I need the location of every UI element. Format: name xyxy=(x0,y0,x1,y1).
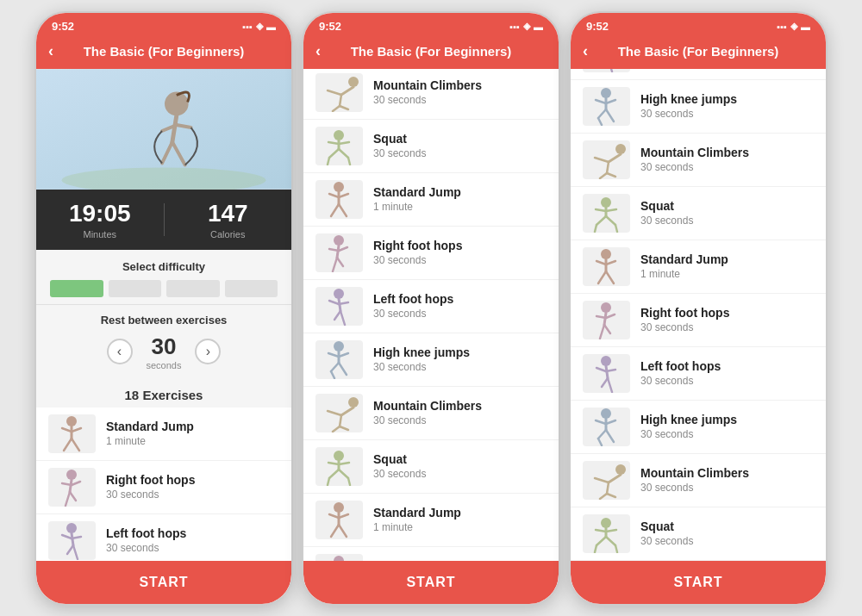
difficulty-section: Select difficulty xyxy=(36,250,291,304)
exercise-duration: 30 seconds xyxy=(640,108,814,120)
exercise-list-1[interactable]: Standard Jump 1 minute Right foot hops 3… xyxy=(36,408,291,561)
back-button-3[interactable]: ‹ xyxy=(583,42,588,60)
exercise-name: Squat xyxy=(373,452,547,466)
difficulty-label: Select difficulty xyxy=(50,260,278,273)
svg-line-336 xyxy=(597,368,606,371)
exercise-item[interactable]: High knee jumps 30 seconds xyxy=(303,333,559,387)
status-time-1: 9:52 xyxy=(52,20,74,33)
svg-line-16 xyxy=(66,492,70,506)
exercise-item[interactable]: Left foot hops 30 seconds xyxy=(36,514,291,561)
exercise-item[interactable]: Squat 30 seconds xyxy=(571,187,826,240)
exercise-item[interactable]: Squat 30 seconds xyxy=(303,440,559,494)
exercise-item[interactable]: Left foot hops 30 seconds xyxy=(571,69,826,80)
exercise-item[interactable]: Right foot hops 30 seconds xyxy=(571,294,826,347)
header-title-2: The Basic (For Beginners) xyxy=(351,44,512,59)
diff-bar-3[interactable] xyxy=(166,280,220,297)
svg-line-356 xyxy=(615,545,617,552)
svg-line-205 xyxy=(331,525,339,537)
svg-point-203 xyxy=(334,502,344,513)
exercise-duration: 1 minute xyxy=(640,268,814,280)
signal-icon-2: ▪▪▪ xyxy=(509,22,520,32)
exercise-item[interactable]: High knee jumps 30 seconds xyxy=(571,80,826,134)
diff-bar-4[interactable] xyxy=(225,280,278,297)
diff-bar-2[interactable] xyxy=(109,280,162,297)
svg-line-353 xyxy=(597,537,606,545)
calories-value: 147 xyxy=(165,200,292,227)
rest-label: Rest between exercises xyxy=(50,314,278,327)
start-button-1[interactable]: START xyxy=(36,561,291,604)
exercise-item[interactable]: Right foot hops 30 seconds xyxy=(303,227,559,280)
rest-section: Rest between exercises ‹ 30 seconds › xyxy=(36,304,291,379)
rest-decrease-button[interactable]: ‹ xyxy=(107,339,133,364)
back-button-1[interactable]: ‹ xyxy=(48,42,53,60)
svg-line-301 xyxy=(598,109,606,118)
exercise-info: Mountain Climbers 30 seconds xyxy=(373,78,547,106)
svg-line-187 xyxy=(328,353,339,357)
hero-svg xyxy=(36,69,291,190)
exercise-info: Standard Jump 1 minute xyxy=(106,420,279,447)
svg-point-320 xyxy=(601,249,611,259)
svg-point-326 xyxy=(601,302,611,313)
svg-line-163 xyxy=(339,142,349,144)
svg-point-182 xyxy=(334,341,344,352)
svg-point-338 xyxy=(601,408,611,419)
header-3: ‹ The Basic (For Beginners) xyxy=(571,37,826,69)
exercise-name: Mountain Climbers xyxy=(373,78,547,92)
exercise-item[interactable]: Standard Jump 1 minute xyxy=(36,408,291,461)
svg-line-178 xyxy=(340,311,345,325)
svg-line-331 xyxy=(606,314,615,318)
exercise-item[interactable]: Right foot hops 30 seconds xyxy=(36,461,291,514)
svg-line-315 xyxy=(606,216,615,225)
minutes-value: 19:05 xyxy=(36,200,164,227)
exercise-duration: 1 minute xyxy=(106,435,279,447)
exercise-name: Standard Jump xyxy=(640,252,814,266)
exercise-item[interactable]: Mountain Climbers 30 seconds xyxy=(303,69,559,120)
exercise-item[interactable]: Right foot hops 30 seconds xyxy=(303,547,559,561)
back-button-2[interactable]: ‹ xyxy=(315,42,321,60)
exercise-item[interactable]: Standard Jump 1 minute xyxy=(303,494,559,547)
exercise-item[interactable]: Standard Jump 1 minute xyxy=(571,240,826,294)
exercise-list-3[interactable]: Standard Jump 1 minute Right foot hops 3… xyxy=(571,69,826,561)
exercise-info: Mountain Climbers 30 seconds xyxy=(640,466,814,494)
exercise-name: Mountain Climbers xyxy=(640,146,814,159)
svg-point-351 xyxy=(601,518,611,528)
exercise-item[interactable]: Mountain Climbers 30 seconds xyxy=(303,387,559,440)
exercise-duration: 30 seconds xyxy=(640,535,814,547)
svg-line-198 xyxy=(339,470,348,478)
exercise-thumbnail xyxy=(583,140,630,179)
svg-line-179 xyxy=(334,311,340,320)
svg-line-308 xyxy=(595,158,609,162)
svg-line-318 xyxy=(596,209,606,211)
svg-point-189 xyxy=(348,397,359,408)
svg-line-347 xyxy=(595,478,609,482)
exercise-info: Standard Jump 1 minute xyxy=(373,185,547,213)
diff-bar-1[interactable] xyxy=(50,280,103,297)
svg-line-197 xyxy=(329,470,339,478)
rest-increase-button[interactable]: › xyxy=(195,339,221,364)
svg-line-310 xyxy=(600,173,607,178)
exercise-list-2[interactable]: Standard Jump 1 minute Right foot hops 3… xyxy=(303,69,559,561)
exercise-item[interactable]: Mountain Climbers 30 seconds xyxy=(571,134,826,187)
exercise-item[interactable]: High knee jumps 30 seconds xyxy=(571,401,826,454)
exercise-name: Mountain Climbers xyxy=(373,399,547,413)
exercise-duration: 30 seconds xyxy=(373,308,547,320)
exercise-name: Left foot hops xyxy=(640,359,814,373)
exercise-item[interactable]: Mountain Climbers 30 seconds xyxy=(571,454,826,507)
svg-line-161 xyxy=(348,158,350,165)
exercise-item[interactable]: Standard Jump 1 minute xyxy=(303,173,559,227)
start-button-3[interactable]: START xyxy=(571,561,826,604)
exercise-item[interactable]: Squat 30 seconds xyxy=(303,120,559,173)
exercise-item[interactable]: Squat 30 seconds xyxy=(571,507,826,561)
exercise-name: Left foot hops xyxy=(106,526,279,540)
minutes-label: Minutes xyxy=(36,229,164,240)
exercise-item[interactable]: Left foot hops 30 seconds xyxy=(303,280,559,333)
svg-line-199 xyxy=(328,478,329,485)
svg-line-169 xyxy=(339,194,348,197)
svg-line-173 xyxy=(337,258,343,266)
start-button-2[interactable]: START xyxy=(303,561,559,604)
exercise-item[interactable]: Left foot hops 30 seconds xyxy=(571,347,826,401)
exercise-duration: 1 minute xyxy=(373,521,547,533)
rest-value-wrap: 30 seconds xyxy=(147,333,182,370)
svg-line-311 xyxy=(607,173,615,177)
exercise-info: Mountain Climbers 30 seconds xyxy=(640,146,814,173)
